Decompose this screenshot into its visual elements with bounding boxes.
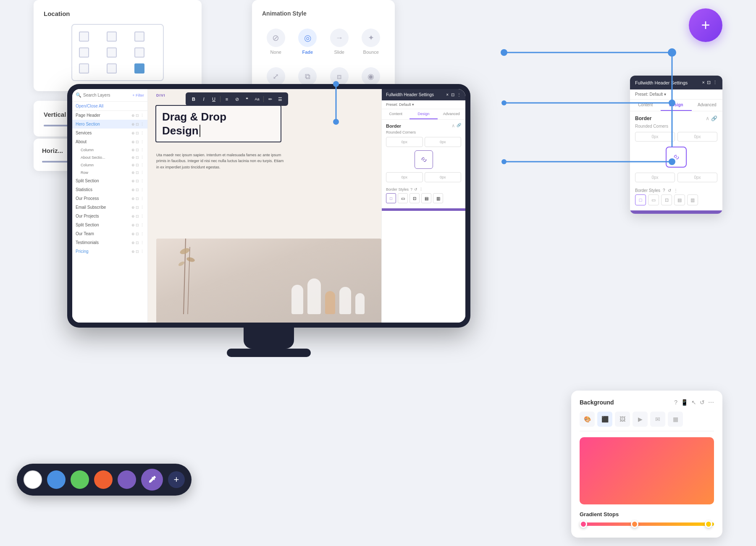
corner-br[interactable]: 0px xyxy=(425,172,462,182)
fw-corner-tl[interactable]: 0px xyxy=(635,132,675,142)
loc-cell-4[interactable] xyxy=(107,47,117,58)
sidebar-sub-about-section[interactable]: About Sectio... ⊕ ⊡ ⋮ xyxy=(72,154,147,161)
fw-tab-advanced[interactable]: Advanced xyxy=(692,100,722,111)
sidebar-sub-column-2[interactable]: Column ⊕ ⊡ ⋮ xyxy=(72,161,147,169)
tab-content[interactable]: Content xyxy=(382,109,410,119)
fw-tab-content[interactable]: Content xyxy=(630,100,661,111)
bs-none[interactable]: □ xyxy=(386,193,396,203)
fw-reset-icon[interactable]: ↺ xyxy=(668,188,671,193)
sidebar-item-our-projects[interactable]: Our Projects ⊕ ⊡ ⋮ xyxy=(72,212,147,220)
loc-cell-2[interactable] xyxy=(134,32,144,42)
fw-more-icon[interactable]: ⋮ xyxy=(713,80,717,85)
loc-cell-3[interactable] xyxy=(79,47,89,58)
fw-corner-link-icon[interactable] xyxy=(666,147,687,168)
bg-type-video[interactable]: ▶ xyxy=(633,412,648,427)
fw-corner-br[interactable]: 0px xyxy=(677,173,717,182)
preset-selector[interactable]: Preset: Default ▾ xyxy=(382,100,465,109)
border-help-icon[interactable]: ? xyxy=(410,187,412,192)
sidebar-item-statistics[interactable]: Statistics ⊕ ⊡ ⋮ xyxy=(72,185,147,194)
fw-more-options-icon[interactable]: ⋮ xyxy=(674,188,678,193)
corner-tr[interactable]: 0px xyxy=(425,137,462,147)
color-swatch-green[interactable] xyxy=(71,470,89,489)
bg-type-color[interactable]: 🎨 xyxy=(580,412,595,427)
bg-help-icon[interactable]: ? xyxy=(674,399,677,406)
close-icon[interactable]: × xyxy=(446,92,449,97)
chevron-up-icon[interactable]: ∧ xyxy=(452,123,455,129)
sidebar-sub-column-1[interactable]: Column ⊕ ⊡ ⋮ xyxy=(72,146,147,154)
gradient-stop-end[interactable] xyxy=(705,520,712,528)
anim-fade[interactable]: ◎ Fade xyxy=(294,24,322,59)
sidebar-sub-row[interactable]: Row ⊕ ⊡ ⋮ xyxy=(72,169,147,176)
fw-expand-icon[interactable]: ⊡ xyxy=(707,80,711,85)
search-input[interactable] xyxy=(83,93,131,97)
anim-none[interactable]: ⊘ None xyxy=(262,24,290,59)
color-swatch-blue[interactable] xyxy=(47,470,66,489)
loc-cell-6[interactable] xyxy=(79,63,89,74)
bg-device-icon[interactable]: 📱 xyxy=(681,399,688,406)
color-swatch-white[interactable] xyxy=(24,470,42,489)
sidebar-item-page-header[interactable]: Page Header ⊕ ⊡ ⋮ xyxy=(72,111,147,120)
sidebar-item-our-team[interactable]: Our Team ⊕ ⊡ ⋮ xyxy=(72,229,147,238)
gradient-stops-slider[interactable] xyxy=(580,522,714,526)
font-button[interactable]: Aa xyxy=(252,94,262,104)
anim-slide[interactable]: → Slide xyxy=(326,24,353,59)
sidebar-item-pricing[interactable]: Pricing ⊕ ⊡ ⋮ xyxy=(72,247,147,256)
fw-tab-design[interactable]: Design xyxy=(661,100,691,111)
add-fab-button[interactable]: + xyxy=(689,8,722,42)
underline-button[interactable]: U xyxy=(209,94,218,104)
fw-bs-solid[interactable]: ▭ xyxy=(648,194,659,205)
heading-text-block[interactable]: Drag & DropDesign xyxy=(155,105,281,142)
bg-type-image[interactable]: 🖼 xyxy=(615,412,630,427)
link-icon[interactable]: 🔗 xyxy=(457,123,461,129)
border-more-icon[interactable]: ⋮ xyxy=(419,187,423,192)
fw-bs-none[interactable]: □ xyxy=(635,194,646,205)
color-swatch-purple[interactable] xyxy=(118,470,136,489)
corner-tl[interactable]: 0px xyxy=(386,137,423,147)
quote-button[interactable]: ❝ xyxy=(242,94,252,104)
fw-bs-dashed[interactable]: ▤ xyxy=(674,194,685,205)
loc-cell-0[interactable] xyxy=(79,32,89,42)
fw-corner-bl[interactable]: 0px xyxy=(635,173,675,182)
bg-reset-icon[interactable]: ↺ xyxy=(700,399,705,406)
bold-button[interactable]: B xyxy=(189,94,198,104)
align-button[interactable]: ≡ xyxy=(222,94,231,104)
open-close-all[interactable]: Open/Close All xyxy=(72,102,147,111)
loc-cell-1[interactable] xyxy=(107,32,117,42)
sidebar-item-about[interactable]: About ⊕ ⊡ ⋮ xyxy=(72,137,147,146)
expand-icon[interactable]: ⊡ xyxy=(451,92,454,97)
bg-cursor-icon[interactable]: ↖ xyxy=(691,399,696,406)
add-color-button[interactable]: + xyxy=(168,471,185,488)
sidebar-item-our-process[interactable]: Our Process ⊕ ⊡ ⋮ xyxy=(72,194,147,203)
anim-bounce[interactable]: ✦ Bounce xyxy=(357,24,385,59)
sidebar-item-hero-section[interactable]: Hero Section ⊕ ⊡ ⋮ xyxy=(72,120,147,129)
gradient-stop-mid[interactable] xyxy=(631,520,638,528)
loc-cell-5[interactable] xyxy=(134,47,144,58)
fw-close-icon[interactable]: × xyxy=(702,80,705,85)
filter-button[interactable]: + Filter xyxy=(132,93,144,97)
more-icon[interactable]: ⋮ xyxy=(457,92,461,97)
fw-link-icon[interactable]: 🔗 xyxy=(711,116,717,121)
bg-type-gradient[interactable]: ⬛ xyxy=(597,412,612,427)
style-button[interactable]: ✏ xyxy=(265,94,275,104)
fw-help-icon[interactable]: ? xyxy=(663,188,665,193)
corner-link-icon[interactable] xyxy=(415,150,433,169)
fw-preset-selector[interactable]: Preset: Default ▾ xyxy=(630,89,722,100)
clear-format-button[interactable]: ⊘ xyxy=(232,94,242,104)
gradient-stop-start[interactable] xyxy=(580,520,587,528)
sidebar-item-split-section-2[interactable]: Split Section ⊕ ⊡ ⋮ xyxy=(72,220,147,229)
tab-design[interactable]: Design xyxy=(410,109,437,119)
corner-bl[interactable]: 0px xyxy=(386,172,423,182)
more-button[interactable]: ☰ xyxy=(276,94,285,104)
bs-dashed[interactable]: ⊡ xyxy=(410,193,420,203)
bg-type-pattern[interactable]: ✉ xyxy=(650,412,665,427)
border-reset-icon[interactable]: ↺ xyxy=(414,187,417,192)
sidebar-item-services[interactable]: Services ⊕ ⊡ ⋮ xyxy=(72,129,147,137)
bs-dotted[interactable]: ▤ xyxy=(421,193,431,203)
bs-double[interactable]: ▥ xyxy=(433,193,443,203)
fw-chevron-up-icon[interactable]: ∧ xyxy=(706,116,709,121)
loc-cell-8-active[interactable] xyxy=(134,63,144,74)
italic-button[interactable]: I xyxy=(199,94,208,104)
eyedropper-button[interactable] xyxy=(141,469,163,491)
loc-cell-7[interactable] xyxy=(107,63,117,74)
fw-bs-dotted[interactable]: ▥ xyxy=(687,194,698,205)
